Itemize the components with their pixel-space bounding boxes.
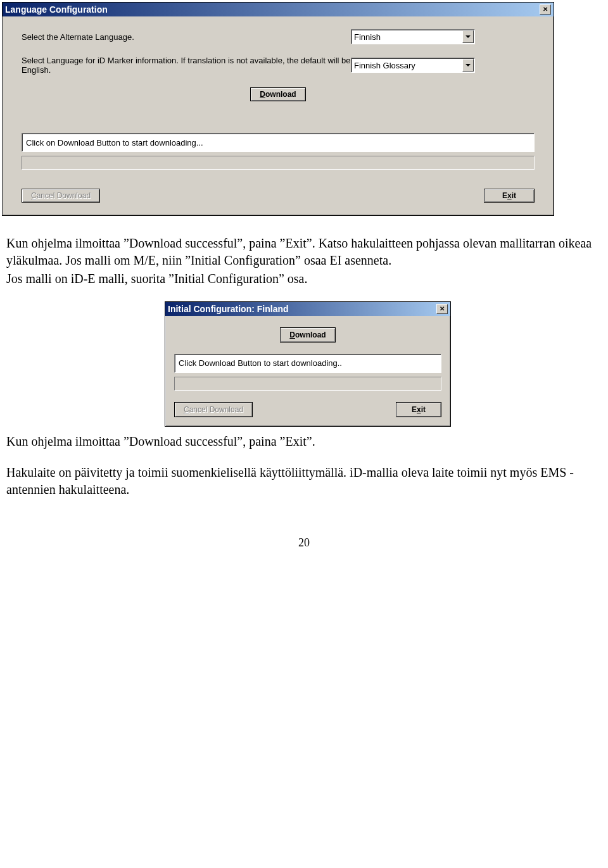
progress-bar bbox=[22, 156, 535, 170]
download-button[interactable]: Download bbox=[250, 87, 305, 101]
paragraph: Hakulaite on päivitetty ja toimii suomen… bbox=[6, 464, 600, 498]
window-title: Language Configuration bbox=[5, 4, 108, 15]
chevron-down-icon[interactable] bbox=[462, 59, 474, 72]
marker-language-dropdown[interactable]: Finnish Glossary bbox=[351, 58, 475, 73]
titlebar: Initial Configuration: Finland ✕ bbox=[165, 302, 450, 316]
download-button[interactable]: Download bbox=[280, 327, 335, 343]
status-text: Click Download Button to start downloadi… bbox=[174, 354, 441, 373]
exit-button[interactable]: Exit bbox=[396, 402, 441, 417]
titlebar: Language Configuration ✕ bbox=[3, 3, 554, 16]
page-number: 20 bbox=[0, 536, 608, 550]
doc-text-block: Kun ohjelma ilmoittaa ”Download successf… bbox=[6, 235, 600, 498]
progress-bar bbox=[174, 377, 441, 391]
cancel-download-button: Cancel Download bbox=[174, 402, 253, 417]
initial-config-window: Initial Configuration: Finland ✕ Downloa… bbox=[165, 301, 451, 427]
marker-language-label: Select Language for iD Marker informatio… bbox=[22, 56, 351, 75]
chevron-down-icon[interactable] bbox=[462, 30, 474, 43]
alternate-language-dropdown[interactable]: Finnish bbox=[351, 29, 475, 44]
close-icon[interactable]: ✕ bbox=[540, 4, 551, 15]
paragraph: Kun ohjelma ilmoittaa ”Download successf… bbox=[6, 433, 600, 450]
paragraph: Kun ohjelma ilmoittaa ”Download successf… bbox=[6, 235, 600, 269]
window-title: Initial Configuration: Finland bbox=[168, 303, 289, 315]
alternate-language-label: Select the Alternate Language. bbox=[22, 32, 351, 42]
paragraph: Jos malli on iD-E malli, suorita ”Initia… bbox=[6, 270, 600, 287]
dropdown-value: Finnish bbox=[354, 32, 381, 42]
language-config-window: Language Configuration ✕ Select the Alte… bbox=[2, 2, 554, 216]
cancel-download-button: Cancel Download bbox=[22, 189, 100, 203]
status-text: Click on Download Button to start downlo… bbox=[22, 133, 535, 152]
close-icon[interactable]: ✕ bbox=[436, 304, 448, 314]
dropdown-value: Finnish Glossary bbox=[354, 61, 415, 70]
exit-button[interactable]: Exit bbox=[484, 189, 535, 203]
